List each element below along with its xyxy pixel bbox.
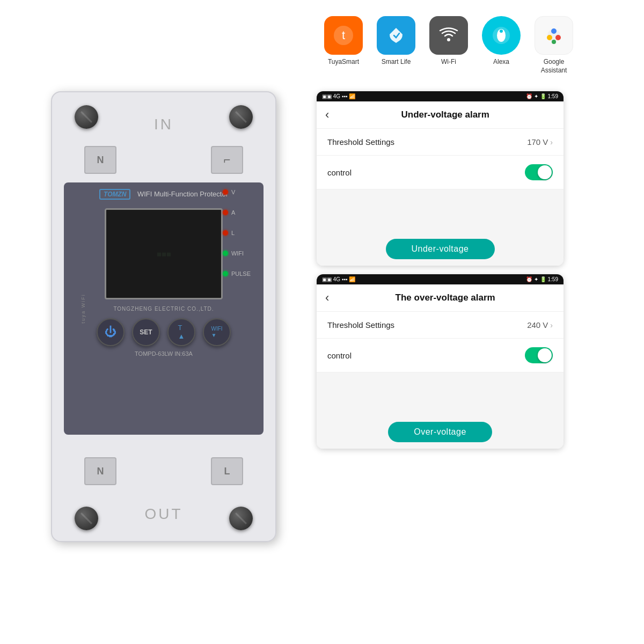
threshold-value-1: 170 V ›	[527, 137, 553, 147]
terminal-n-top: N	[84, 146, 116, 174]
screw-top-left	[75, 105, 98, 129]
google-app-icon	[535, 16, 573, 55]
svg-point-9	[547, 35, 552, 40]
chevron-1: ›	[550, 138, 553, 147]
badge-container-1: Under-voltage	[317, 232, 564, 266]
svg-point-5	[500, 30, 503, 33]
threshold-row-1[interactable]: Threshold Settings 170 V ›	[317, 129, 564, 156]
control-label-2: control	[327, 351, 352, 360]
nav-title-2: The over-voltage alarm	[335, 292, 555, 303]
control-toggle-2[interactable]	[525, 347, 553, 363]
terminal-l-top: ⌐	[211, 146, 243, 174]
wifi-icon-item[interactable]: Wi-Fi	[427, 16, 470, 67]
t-up-button[interactable]: T▲	[167, 318, 195, 346]
svg-point-8	[555, 35, 561, 40]
screw-bottom-left	[75, 507, 98, 530]
control-row-2[interactable]: control	[317, 339, 564, 372]
badge-container-2: Over-voltage	[317, 415, 564, 449]
terminal-l-bottom: L	[211, 457, 243, 485]
main-panel: tuya WiFi TOMZN WIFI Multi-Function Prot…	[64, 182, 264, 435]
threshold-label-1: Threshold Settings	[327, 137, 394, 147]
status-left-1: ▣▣ 4G ▪▪▪ 📶	[322, 93, 355, 99]
under-voltage-badge: Under-voltage	[386, 239, 495, 259]
wifi-app-icon	[429, 16, 468, 55]
led-wifi: WIFI	[223, 250, 251, 257]
threshold-label-2: Threshold Settings	[327, 320, 394, 330]
svg-point-10	[552, 40, 556, 44]
out-label: OUT	[144, 506, 182, 523]
smart-life-icon[interactable]: Smart Life	[375, 16, 418, 67]
svg-point-2	[447, 38, 450, 41]
control-toggle-1[interactable]	[525, 164, 553, 180]
tuya-smart-icon[interactable]: t TuyaSmart	[322, 16, 365, 67]
nav-bar-1: ‹ Under-voltage alarm	[317, 101, 564, 129]
svg-point-7	[551, 28, 557, 34]
phone-screens-container: ▣▣ 4G ▪▪▪ 📶 ⏰ ✦ 🔋 1:59 ‹ Under-voltage a…	[317, 91, 628, 449]
manufacturer-label: TONGZHENG ELECTRIC CO.,LTD.	[70, 306, 257, 312]
device-body: IN OUT N ⌐ N L tuya WiFi TOMZN WIFI Mult…	[51, 91, 276, 542]
led-label-v: V	[231, 189, 235, 195]
led-label-l: L	[231, 230, 235, 236]
wifi-down-button[interactable]: WIFI▼	[203, 318, 231, 346]
device-container: IN OUT N ⌐ N L tuya WiFi TOMZN WIFI Mult…	[32, 91, 295, 553]
brand-label: TOMZN	[99, 189, 130, 200]
terminal-n-bottom: N	[84, 457, 116, 485]
led-label-a: A	[231, 209, 235, 216]
led-label-pulse: PULSE	[231, 270, 251, 277]
led-dot-wifi	[223, 251, 228, 256]
empty-area-2	[317, 372, 564, 415]
wifi-label: Wi-Fi	[441, 58, 456, 67]
device-title: WIFI Multi-Function Protector	[137, 190, 228, 198]
model-label: TOMPD-63LW IN:63A	[70, 350, 257, 357]
under-voltage-screen: ▣▣ 4G ▪▪▪ 📶 ⏰ ✦ 🔋 1:59 ‹ Under-voltage a…	[317, 91, 564, 266]
control-row-1[interactable]: control	[317, 156, 564, 189]
back-button-2[interactable]: ‹	[325, 291, 329, 305]
alexa-icon-item[interactable]: Alexa	[480, 16, 523, 67]
status-bar-2: ▣▣ 4G ▪▪▪ 📶 ⏰ ✦ 🔋 1:59	[317, 274, 564, 284]
led-dot-a	[223, 210, 228, 215]
power-button[interactable]: ⏻	[97, 318, 125, 346]
phone-content-1: Threshold Settings 170 V › control Under…	[317, 129, 564, 266]
led-dot-pulse	[223, 271, 228, 276]
lcd-screen: ◼◼◼	[105, 208, 223, 299]
chevron-2: ›	[550, 321, 553, 330]
led-dot-v	[223, 189, 228, 195]
threshold-value-2: 240 V ›	[527, 320, 553, 330]
led-l: L	[223, 230, 251, 236]
toggle-knob-1	[538, 165, 552, 179]
led-indicators: V A L WIFI P	[223, 189, 251, 277]
toggle-knob-2	[538, 348, 552, 362]
svg-text:t: t	[342, 28, 345, 42]
nav-bar-2: ‹ The over-voltage alarm	[317, 284, 564, 312]
status-left-2: ▣▣ 4G ▪▪▪ 📶	[322, 276, 355, 282]
alexa-app-icon	[482, 16, 521, 55]
over-voltage-badge: Over-voltage	[388, 422, 492, 442]
tuya-side-label: tuya WiFi	[80, 294, 86, 324]
smartlife-label: Smart Life	[382, 58, 411, 67]
led-dot-l	[223, 230, 228, 236]
back-button-1[interactable]: ‹	[325, 108, 329, 122]
over-voltage-screen: ▣▣ 4G ▪▪▪ 📶 ⏰ ✦ 🔋 1:59 ‹ The over-voltag…	[317, 274, 564, 449]
threshold-row-2[interactable]: Threshold Settings 240 V ›	[317, 312, 564, 339]
led-pulse: PULSE	[223, 270, 251, 277]
nav-title-1: Under-voltage alarm	[335, 109, 555, 120]
status-right-2: ⏰ ✦ 🔋 1:59	[526, 276, 558, 282]
screw-bottom-right	[229, 507, 253, 530]
tuya-label: TuyaSmart	[328, 58, 359, 67]
tuya-app-icon: t	[324, 16, 363, 55]
control-label-1: control	[327, 168, 352, 177]
in-label: IN	[154, 116, 173, 133]
smartlife-app-icon	[377, 16, 415, 55]
google-assistant-icon-item[interactable]: Google Assistant	[532, 16, 575, 75]
empty-area-1	[317, 189, 564, 232]
google-assistant-label: Google Assistant	[541, 58, 567, 75]
phone-content-2: Threshold Settings 240 V › control Over-…	[317, 312, 564, 449]
led-v: V	[223, 189, 251, 195]
set-button[interactable]: SET	[132, 318, 160, 346]
led-label-wifi: WIFI	[231, 250, 244, 257]
screw-top-right	[229, 105, 253, 129]
buttons-row: ⏻ SET T▲ WIFI▼	[70, 318, 257, 346]
led-a: A	[223, 209, 251, 216]
status-right-1: ⏰ ✦ 🔋 1:59	[526, 93, 558, 99]
status-bar-1: ▣▣ 4G ▪▪▪ 📶 ⏰ ✦ 🔋 1:59	[317, 91, 564, 101]
